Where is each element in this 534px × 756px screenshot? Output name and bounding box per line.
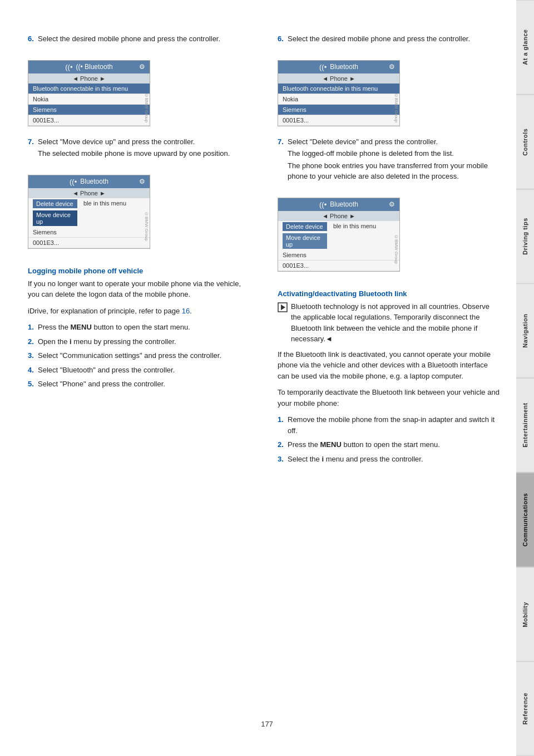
main-content: 6. Select the desired mobile phone and p… xyxy=(0,0,516,756)
left-btn-delete: Delete device xyxy=(33,199,77,208)
logging-step5: 5. Select "Phone" and press the controll… xyxy=(28,379,250,390)
right-screen2: ((• Bluetooth ⚙ ◄ Phone ► Delete device … xyxy=(278,198,400,272)
right-step7-content: Select "Delete device" and press the con… xyxy=(288,136,500,182)
right-step6-text: Select the desired mobile phone and pres… xyxy=(288,33,500,45)
left-step7-block: 7. Select "Move device up" and press the… xyxy=(28,136,250,159)
sidebar-tab-at-a-glance[interactable]: At a glance xyxy=(516,0,534,95)
left-btn-move: Move device up xyxy=(33,210,77,226)
left-screen1-title-text: ((• Bluetooth xyxy=(76,63,112,71)
left-step7-sub: The selected mobile phone is move upward… xyxy=(38,148,250,159)
activating-step2-num: 2. xyxy=(278,439,288,450)
logging-step3-num: 3. xyxy=(28,350,38,361)
sidebar-tab-entertainment[interactable]: Entertainment xyxy=(516,378,534,473)
settings-icon-right1: ⚙ xyxy=(389,63,395,71)
activating-note-block: Bluetooth technology is not approved in … xyxy=(278,301,500,345)
right-screen2-siemens: Siemens xyxy=(278,250,399,261)
right-screen2-watermark: ©BMW Group xyxy=(394,234,399,264)
right-screen1-title: ((• Bluetooth ⚙ xyxy=(278,61,399,73)
left-screen2-title: ((• Bluetooth ⚙ xyxy=(28,175,150,188)
left-screen2-title-text: Bluetooth xyxy=(80,178,108,185)
left-screen2-0001: 0001E3... xyxy=(28,238,150,248)
left-screen1-watermark: ©BMW Group xyxy=(144,93,149,122)
logging-page-link[interactable]: 16 xyxy=(182,307,190,315)
right-screen1-item3: Siemens xyxy=(278,105,399,115)
left-screen2-nav: ◄ Phone ► xyxy=(28,188,150,198)
page-container: 6. Select the desired mobile phone and p… xyxy=(0,0,534,756)
right-screen2-partial-label: ble in this menu xyxy=(331,221,399,250)
left-screen1: ((• ((• Bluetooth ⚙ ◄ Phone ► Bluetooth … xyxy=(28,60,150,126)
left-step7-text: Select "Move device up" and press the co… xyxy=(38,136,250,148)
left-column: 6. Select the desired mobile phone and p… xyxy=(28,33,255,723)
right-screen2-nav: ◄ Phone ► xyxy=(278,211,399,221)
bt-icon-left1: ((• xyxy=(65,63,72,71)
right-screen2-title: ((• Bluetooth ⚙ xyxy=(278,198,399,211)
right-step7-num: 7. xyxy=(278,136,288,182)
activating-heading: Activating/deactivating Bluetooth link xyxy=(278,289,500,298)
right-step7-sub1: The logged-off mobile phone is deleted f… xyxy=(288,148,500,159)
sidebar-tab-communications[interactable]: Communications xyxy=(516,473,534,567)
left-step6-text: Select the desired mobile phone and pres… xyxy=(38,33,250,45)
activating-step3-text: Select the i menu and press the controll… xyxy=(288,454,500,465)
sidebar-tab-driving-tips[interactable]: Driving tips xyxy=(516,189,534,284)
right-screen1: ((• Bluetooth ⚙ ◄ Phone ► Bluetooth conn… xyxy=(278,60,400,126)
right-step7-block: 7. Select "Delete device" and press the … xyxy=(278,136,500,182)
activating-step1-num: 1. xyxy=(278,414,288,436)
sidebar-tab-navigation[interactable]: Navigation xyxy=(516,283,534,378)
activating-menu-bold: MENU xyxy=(320,440,342,449)
settings-icon-right2: ⚙ xyxy=(389,200,395,208)
bt-icon-right1: ((• xyxy=(319,63,327,71)
bt-icon-right2: ((• xyxy=(319,200,327,209)
logging-heading: Logging mobile phone off vehicle xyxy=(28,267,250,275)
logging-section: Logging mobile phone off vehicle If you … xyxy=(28,267,250,390)
settings-icon-left2: ⚙ xyxy=(139,178,145,185)
logging-step4-num: 4. xyxy=(28,365,38,376)
activating-para1: If the Bluetooth link is deactivated, yo… xyxy=(278,349,500,382)
left-screen1-item4: 0001E3... xyxy=(28,115,150,126)
right-step6-row: 6. Select the desired mobile phone and p… xyxy=(278,33,500,45)
left-screen2-wrapper: ((• Bluetooth ⚙ ◄ Phone ► Delete device … xyxy=(28,169,150,254)
sidebar: At a glance Controls Driving tips Naviga… xyxy=(516,0,534,756)
bt-icon-left2: ((• xyxy=(70,178,77,186)
activating-step2: 2. Press the MENU button to open the sta… xyxy=(278,439,500,450)
logging-step3-text: Select "Communication settings" and pres… xyxy=(38,350,250,361)
right-screen1-title-text: Bluetooth xyxy=(330,63,358,71)
activating-para2: To temporarily deactivate the Bluetooth … xyxy=(278,387,500,409)
logging-step2-text: Open the i menu by pressing the controll… xyxy=(38,336,250,347)
right-screen1-nav: ◄ Phone ► xyxy=(278,73,399,84)
left-screen2-partial-label: ble in this menu xyxy=(81,198,150,227)
activating-i-bold: i xyxy=(322,455,324,463)
left-screen2-btns: Delete device Move device up xyxy=(28,198,81,227)
left-screen1-item2: Nokia xyxy=(28,94,150,105)
right-step6-num: 6. xyxy=(278,33,288,45)
note-play-icon xyxy=(278,302,288,316)
right-step7-row: 7. Select "Delete device" and press the … xyxy=(278,136,500,182)
left-step7-num: 7. xyxy=(28,136,38,159)
logging-step3: 3. Select "Communication settings" and p… xyxy=(28,350,250,361)
right-screen2-title-text: Bluetooth xyxy=(330,200,358,208)
sidebar-tab-mobility[interactable]: Mobility xyxy=(516,567,534,662)
right-screen1-item2: Nokia xyxy=(278,94,399,105)
logging-step2: 2. Open the i menu by pressing the contr… xyxy=(28,336,250,347)
right-column: 6. Select the desired mobile phone and p… xyxy=(272,33,500,723)
right-step7-text: Select "Delete device" and press the con… xyxy=(288,136,500,148)
left-step6-num: 6. xyxy=(28,33,38,45)
right-screen1-item1: Bluetooth connectable in this menu xyxy=(278,84,399,94)
right-screen1-wrapper: ((• Bluetooth ⚙ ◄ Phone ► Bluetooth conn… xyxy=(278,55,400,132)
left-screen1-title: ((• ((• Bluetooth ⚙ xyxy=(28,61,150,73)
left-screen1-item3: Siemens xyxy=(28,105,150,115)
right-step7-sub2: The phone book entries you have transfer… xyxy=(288,160,500,182)
logging-i-bold2: i xyxy=(70,337,72,346)
activating-note-text: Bluetooth technology is not approved in … xyxy=(291,301,500,345)
sidebar-tab-reference[interactable]: Reference xyxy=(516,661,534,756)
activating-step1: 1. Remove the mobile phone from the snap… xyxy=(278,414,500,436)
logging-step2-num: 2. xyxy=(28,336,38,347)
svg-marker-1 xyxy=(281,305,285,310)
left-step7-row: 7. Select "Move device up" and press the… xyxy=(28,136,250,159)
right-screen2-menu-area: Delete device Move device up ble in this… xyxy=(278,221,399,250)
right-btn-move: Move device up xyxy=(283,233,327,249)
logging-step5-num: 5. xyxy=(28,379,38,390)
sidebar-tab-controls[interactable]: Controls xyxy=(516,95,534,189)
left-screen1-item1: Bluetooth connectable in this menu xyxy=(28,84,150,94)
logging-idrive: iDrive, for explanation of principle, re… xyxy=(28,306,250,317)
left-screen1-nav: ◄ Phone ► xyxy=(28,73,150,84)
